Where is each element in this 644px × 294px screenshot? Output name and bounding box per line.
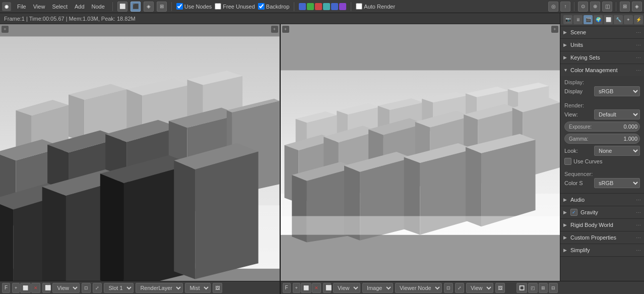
bottom-r-icon-1[interactable]: + xyxy=(293,283,300,293)
sidebar-tab-object[interactable]: ⬜ xyxy=(604,15,613,24)
sidebar-tab-physics[interactable]: ⚡ xyxy=(634,15,643,24)
bottom-r-img-icon[interactable]: 🖼 xyxy=(495,283,505,293)
auto-render-toggle[interactable]: Auto Render xyxy=(356,3,395,10)
image-dropdown[interactable]: Image xyxy=(362,283,393,293)
render-icon-5[interactable]: ◫ xyxy=(602,2,612,12)
menu-view[interactable]: View xyxy=(30,3,48,11)
render-icon-1[interactable]: ◎ xyxy=(548,2,558,12)
bottom-icon-3[interactable]: ✕ xyxy=(31,283,40,293)
free-unused-toggle[interactable]: Free Unused xyxy=(215,3,255,10)
viewport-right-tr-corner[interactable]: + xyxy=(551,26,558,33)
backdrop-checkbox[interactable] xyxy=(258,3,265,10)
color-s-dropdown[interactable]: sRGB xyxy=(594,178,640,188)
color-btn-blue2[interactable] xyxy=(331,3,338,10)
render-icon-6[interactable]: ⊞ xyxy=(620,2,630,12)
look-dropdown[interactable]: None xyxy=(594,146,640,156)
bottom-icon-4[interactable]: ⬜ xyxy=(42,283,50,293)
bottom-icon-2[interactable]: ⬜ xyxy=(20,283,31,293)
use-nodes-checkbox[interactable] xyxy=(176,3,183,10)
bottom-r-icons-row[interactable]: 🔳 xyxy=(517,283,527,293)
section-color-mgmt-header[interactable]: ▼ Color Management ⋯ xyxy=(560,64,644,76)
exposure-field[interactable]: Exposure: 0.000 xyxy=(564,122,640,132)
color-btn-purple[interactable] xyxy=(339,3,346,10)
viewport-right[interactable]: + + xyxy=(281,24,560,281)
render-icon-4[interactable]: ⊕ xyxy=(590,2,600,12)
bottom-maximize-icon[interactable]: ⤢ xyxy=(93,283,102,293)
gamma-row: Gamma: 1.000 xyxy=(564,134,640,144)
view-dropdown-right2[interactable]: View xyxy=(466,283,493,293)
backdrop-toggle[interactable]: Backdrop xyxy=(258,3,289,10)
sidebar-tab-scene[interactable]: 🎬 xyxy=(584,15,593,24)
section-simplify-header[interactable]: ▶ Simplify ⋯ xyxy=(560,244,644,256)
bottom-r-icon-2[interactable]: ⬜ xyxy=(301,283,311,293)
bottom-r-layout[interactable]: ⊡ xyxy=(444,283,453,293)
color-btn-blue[interactable] xyxy=(299,3,306,10)
free-unused-checkbox[interactable] xyxy=(215,3,221,10)
bottom-r-icons-row3[interactable]: ⊞ xyxy=(539,283,548,293)
menu-add[interactable]: Add xyxy=(72,3,88,11)
viewer-node-dropdown[interactable]: Viewer Node xyxy=(395,283,442,293)
sidebar-tab-modifiers[interactable]: 🔧 xyxy=(614,15,623,24)
menu-node[interactable]: Node xyxy=(89,3,108,11)
section-custom-props: ▶ Custom Properties ⋯ xyxy=(560,231,644,244)
render-icon-2[interactable]: ↑ xyxy=(560,2,570,12)
view-dropdown-right[interactable]: View xyxy=(333,283,360,293)
section-custom-props-header[interactable]: ▶ Custom Properties ⋯ xyxy=(560,231,644,244)
color-btn-green[interactable] xyxy=(307,3,314,10)
menu-file[interactable]: File xyxy=(14,3,29,11)
sidebar-tab-render[interactable]: 📷 xyxy=(563,15,572,24)
gamma-field[interactable]: Gamma: 1.000 xyxy=(564,134,640,144)
icon-btn-3[interactable]: ◈ xyxy=(144,2,154,12)
bottom-icon-1[interactable]: + xyxy=(12,283,20,293)
section-simplify: ▶ Simplify ⋯ xyxy=(560,244,644,257)
sidebar-tab-particles[interactable]: ✦ xyxy=(624,15,633,24)
display-dropdown[interactable]: sRGB xyxy=(594,86,640,96)
auto-render-checkbox[interactable] xyxy=(356,3,362,10)
render-layer-dropdown[interactable]: RenderLayer xyxy=(136,283,183,293)
viewport-tr-corner[interactable]: + xyxy=(271,26,278,33)
left-viewport-scene xyxy=(0,24,280,281)
icon-btn-1[interactable]: ⬜ xyxy=(117,2,127,12)
section-keying-sets-header[interactable]: ▶ Keying Sets ⋯ xyxy=(560,51,644,64)
section-rigid-body-header[interactable]: ▶ Rigid Body World ⋯ xyxy=(560,219,644,231)
mist-dropdown[interactable]: Mist xyxy=(185,283,211,293)
viewport-left[interactable]: + + xyxy=(0,24,281,281)
bottom-r-maximize[interactable]: ⤢ xyxy=(455,283,464,293)
section-units: ▶ Units ⋯ xyxy=(560,39,644,51)
viewport-tl-corner[interactable]: + xyxy=(2,26,9,33)
sidebar-tab-world[interactable]: 🌍 xyxy=(594,15,603,24)
icon-btn-2[interactable]: ⬛ xyxy=(131,2,141,12)
section-gravity-header[interactable]: ▶ ✓ Gravity ⋯ xyxy=(560,206,644,218)
use-curves-checkbox[interactable] xyxy=(564,158,571,165)
bottom-r-icon-3[interactable]: ✕ xyxy=(312,283,321,293)
viewport-right-tl-corner[interactable]: + xyxy=(282,26,289,33)
view-row: View: Default xyxy=(564,109,640,120)
frame-btn-right[interactable]: F xyxy=(283,283,291,293)
view-dropdown-left[interactable]: View xyxy=(52,283,80,293)
bottom-icon-image[interactable]: 🖼 xyxy=(213,283,222,293)
gravity-checkbox[interactable]: ✓ xyxy=(570,209,577,216)
color-btn-red[interactable] xyxy=(315,3,322,10)
slot-dropdown[interactable]: Slot 1 xyxy=(104,283,134,293)
section-audio-expand: ⋯ xyxy=(636,197,641,203)
section-units-header[interactable]: ▶ Units ⋯ xyxy=(560,39,644,51)
icon-btn-4[interactable]: ⊞ xyxy=(157,2,167,12)
section-scene-header[interactable]: ▶ Scene ⋯ xyxy=(560,26,644,38)
render-icon-3[interactable]: ⊙ xyxy=(578,2,588,12)
section-simplify-title: Simplify xyxy=(570,247,634,253)
sidebar-tab-output[interactable]: 🖥 xyxy=(573,15,583,24)
bottom-r-icons-row2[interactable]: ◰ xyxy=(528,283,538,293)
use-nodes-toggle[interactable]: Use Nodes xyxy=(176,3,212,10)
section-audio-header[interactable]: ▶ Audio ⋯ xyxy=(560,194,644,206)
bottom-r-icon-4[interactable]: ⬜ xyxy=(323,283,331,293)
look-label: Look: xyxy=(564,148,592,154)
frame-btn[interactable]: F xyxy=(2,283,10,293)
render-icon-7[interactable]: ◈ xyxy=(632,2,642,12)
color-btn-cyan[interactable] xyxy=(323,3,330,10)
bottom-r-icons-row4[interactable]: ⊟ xyxy=(549,283,558,293)
frame-info: Frame:1 | Time:00:05.67 | Mem:1.03M, Pea… xyxy=(4,16,136,22)
bottom-layout-icon[interactable]: ⊡ xyxy=(82,283,91,293)
svg-rect-91 xyxy=(281,216,560,235)
menu-select[interactable]: Select xyxy=(49,3,71,11)
view-dropdown[interactable]: Default xyxy=(594,109,640,120)
